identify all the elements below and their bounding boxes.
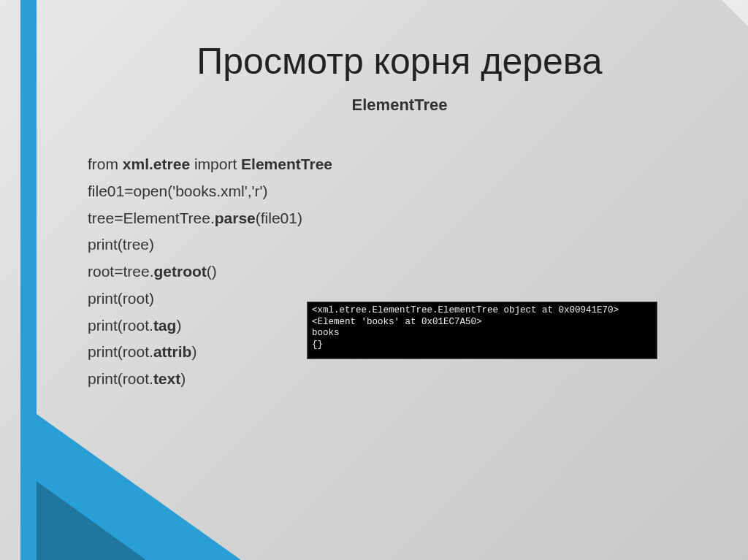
code-line-1: from xml.etree import ElementTree [88,151,711,178]
corner-fold [722,0,748,26]
accent-triangle-shadow [37,481,146,560]
code-line-2: file01=open('books.xml','r') [88,178,711,205]
slide-title: Просмотр корня дерева [88,40,711,83]
code-line-4: print(tree) [88,231,711,258]
code-line-3: tree=ElementTree.parse(file01) [88,205,711,232]
code-line-9: print(root.text) [88,366,711,393]
code-line-5: root=tree.getroot() [88,258,711,285]
accent-bar [20,0,37,560]
terminal-output: <xml.etree.ElementTree.ElementTree objec… [307,302,657,359]
slide-subtitle: ElementTree [88,96,711,115]
